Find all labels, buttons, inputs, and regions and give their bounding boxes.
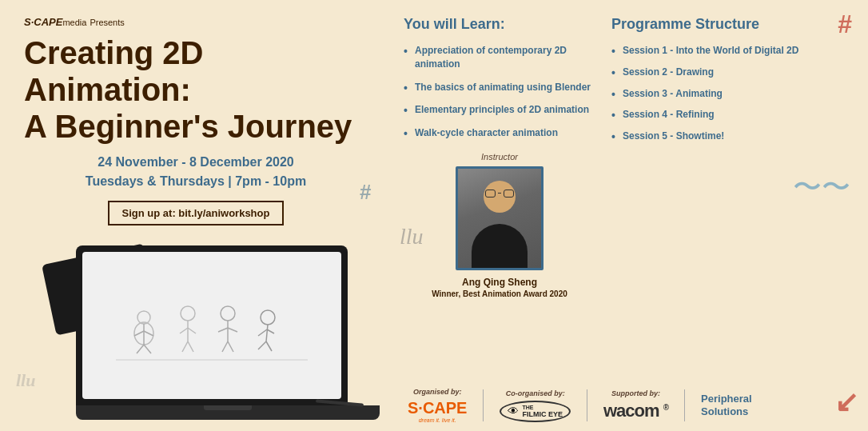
peripheral-label: Peripheral: [701, 393, 752, 405]
svg-line-21: [258, 329, 267, 336]
svg-line-12: [188, 341, 193, 352]
laptop-base: [76, 405, 380, 420]
instructor-award: Winner, Best Animation Award 2020: [404, 289, 595, 298]
svg-line-23: [258, 341, 266, 349]
date-text: 24 November - 8 December 2020: [98, 155, 293, 169]
list-item: Elementary principles of 2D animation: [404, 103, 595, 117]
svg-line-11: [182, 341, 188, 352]
scape-brand: S·CAPE: [24, 16, 62, 28]
right-sections: You will Learn: Appreciation of contempo…: [392, 0, 868, 431]
supported-label: Supported by:: [611, 389, 660, 397]
programme-item: Session 5 - Showtime!: [611, 130, 856, 143]
peripheral-text: Peripheral Solutions: [701, 393, 752, 417]
coorganised-by: Co-organised by: 👁 THE FILMIC EYE: [500, 389, 571, 422]
list-item: Walk-cycle character animation: [404, 126, 595, 140]
days-time-text: Tuesdays & Thursdays | 7pm - 10pm: [86, 174, 306, 188]
instructor-photo: [456, 166, 543, 270]
footer-section: Organised by: S·CAPE dream it. live it. …: [392, 388, 868, 423]
scape-logo: S·CAPE dream it. live it.: [408, 399, 467, 423]
page-wrapper: # llu ↙ llu 〜〜 # S·CAPE media Presents C…: [0, 0, 868, 431]
programme-section: Programme Structure Session 1 - Into the…: [611, 16, 856, 415]
svg-point-7: [181, 306, 195, 321]
svg-line-15: [218, 328, 228, 332]
svg-line-6: [144, 345, 151, 353]
presents-text: Presents: [90, 18, 124, 27]
footer-divider1: [483, 389, 484, 421]
footer-divider3: [684, 389, 685, 421]
learn-section: You will Learn: Appreciation of contempo…: [404, 16, 595, 415]
svg-line-4: [144, 331, 153, 336]
svg-line-22: [267, 329, 274, 333]
programme-list: Session 1 - Into the World of Digital 2D…: [611, 44, 856, 143]
svg-line-20: [266, 325, 268, 341]
main-title: Creating 2D Animation: A Beginner's Jour…: [24, 34, 368, 145]
scape-logo-text: S·CAPE: [408, 399, 467, 417]
laptop-body: [76, 245, 348, 405]
programme-title: Programme Structure: [611, 16, 856, 33]
coorganised-label: Co-organised by:: [506, 389, 565, 397]
title-line1: Creating 2D Animation:: [24, 35, 204, 107]
laptop-image: [44, 245, 348, 431]
instructor-name: Ang Qing Sheng: [404, 277, 595, 288]
solutions-label: Solutions: [701, 405, 748, 417]
peripheral-solutions: Peripheral Solutions: [701, 393, 752, 417]
learn-list: Appreciation of contemporary 2D animatio…: [404, 44, 595, 140]
media-text: media: [62, 18, 86, 27]
organised-by: Organised by: S·CAPE dream it. live it.: [408, 388, 467, 423]
svg-line-17: [222, 341, 228, 352]
learn-title: You will Learn:: [404, 16, 595, 33]
presenter-line: S·CAPE media Presents: [24, 16, 368, 28]
laptop-screen: [82, 252, 341, 399]
svg-line-10: [188, 328, 196, 333]
organised-label: Organised by:: [413, 388, 462, 396]
signup-button[interactable]: Sign up at: bit.ly/aniworkshop: [108, 201, 285, 225]
supported-by: Supported by: wacom ®: [603, 389, 668, 421]
date-range: 24 November - 8 December 2020 Tuesdays &…: [24, 153, 368, 191]
hashtag-decoration-topright: #: [838, 10, 852, 39]
filmic-eye-logo: 👁 THE FILMIC EYE: [500, 401, 571, 422]
wacom-logo: wacom ®: [603, 401, 668, 421]
programme-item: Session 3 - Animating: [611, 87, 856, 101]
script-decoration-middle: llu: [400, 224, 424, 249]
squiggle-decoration-right: 〜〜: [793, 168, 850, 207]
svg-line-24: [266, 341, 272, 351]
svg-point-19: [261, 310, 275, 325]
eye-icon: 👁: [508, 405, 519, 417]
programme-item: Session 1 - Into the World of Digital 2D: [611, 44, 856, 58]
programme-item: Session 4 - Refining: [611, 108, 856, 122]
scape-tagline: dream it. live it.: [408, 417, 467, 423]
left-section: S·CAPE media Presents Creating 2D Animat…: [0, 0, 392, 431]
svg-line-9: [180, 328, 188, 333]
list-item: Appreciation of contemporary 2D animatio…: [404, 44, 595, 71]
list-item: The basics of animating using Blender: [404, 81, 595, 94]
svg-line-3: [134, 331, 144, 336]
instructor-label: Instructor: [404, 152, 595, 162]
svg-point-13: [221, 306, 235, 321]
wacom-text: wacom: [603, 401, 659, 421]
title-line2: A Beginner's Journey: [24, 109, 352, 144]
instructor-section: Instructor Ang Qing Sheng Winner, Best A…: [404, 152, 595, 298]
animation-sketch: [100, 273, 324, 377]
svg-line-5: [137, 345, 144, 353]
svg-line-16: [228, 328, 237, 332]
svg-line-18: [228, 341, 233, 352]
footer-divider2: [587, 389, 587, 421]
programme-item: Session 2 - Drawing: [611, 66, 856, 79]
